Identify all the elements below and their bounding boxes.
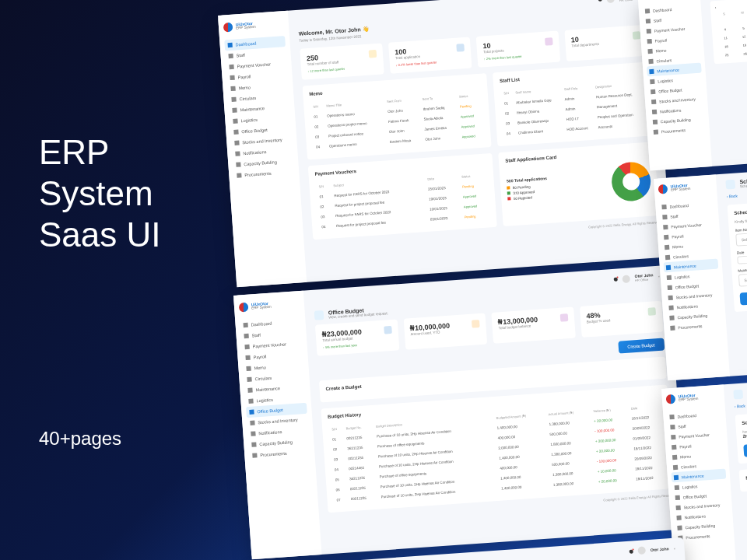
budget-icon xyxy=(314,310,324,320)
dashboard-preview: UiUxOtorERP System DashboardStaffPayment… xyxy=(218,0,672,287)
wrench-icon xyxy=(725,180,735,190)
calendar[interactable]: ‹› SMTWTFS123456789101112131415161718192… xyxy=(710,0,747,64)
nav-icon xyxy=(651,89,655,93)
nav-icon xyxy=(233,119,237,124)
stat-icon xyxy=(368,50,377,58)
nav-icon xyxy=(227,43,232,47)
nav-icon xyxy=(647,28,651,33)
nav-icon xyxy=(652,109,657,114)
cal-date[interactable]: 18 xyxy=(717,42,735,50)
avatar[interactable] xyxy=(622,275,630,283)
cal-prev[interactable]: ‹ xyxy=(715,5,717,9)
stat-icon xyxy=(633,31,641,40)
cal-day-head: S xyxy=(715,12,732,17)
item-label: Item Name xyxy=(735,222,747,233)
nav-icon xyxy=(236,162,240,166)
legend-swatch xyxy=(508,197,511,200)
stat-card: 250Total number of staff↑ 12 more than l… xyxy=(300,43,384,79)
calendar-preview: DashboardStaffPayment VoucherPayrollMemo… xyxy=(638,0,747,170)
nav-icon xyxy=(665,254,670,259)
user-role: HR Office xyxy=(635,277,654,282)
logo-icon xyxy=(223,23,233,33)
stat-card: ₦10,000,000Amount used, YTD xyxy=(403,313,487,349)
item-label: Item Name xyxy=(742,426,747,434)
nav-icon xyxy=(243,323,247,327)
nav-icon xyxy=(668,295,672,299)
nav-icon xyxy=(663,224,668,229)
nav-icon xyxy=(233,130,238,135)
cal-date[interactable]: 26 xyxy=(737,50,747,58)
logo[interactable]: UiUxOtorERP System xyxy=(239,299,300,312)
stat-icon xyxy=(559,313,568,322)
nav-icon xyxy=(252,453,257,457)
date-label: Date xyxy=(737,245,747,255)
schedule-button[interactable]: Schedule Maintenance xyxy=(739,289,747,306)
create-budget-button[interactable]: Create Budget xyxy=(618,338,665,354)
nav-icon xyxy=(671,434,675,439)
logo-icon xyxy=(658,184,668,194)
nav-icon xyxy=(677,525,682,530)
nav-icon xyxy=(229,65,233,69)
logo[interactable]: UiUxOtorERP System xyxy=(223,19,285,32)
nav-icon xyxy=(661,204,666,208)
stat-card: 48%Budget % used xyxy=(580,301,664,338)
nav-icon xyxy=(673,464,678,469)
history-table: S/NBudget No.Budget DescriptionBudgeted … xyxy=(328,401,668,506)
nav-icon xyxy=(668,305,673,310)
nav-icon xyxy=(667,275,672,279)
nav-icon xyxy=(654,129,658,134)
legend-swatch xyxy=(507,191,510,194)
avatar[interactable] xyxy=(606,0,615,3)
cal-date[interactable]: 12 xyxy=(735,33,747,40)
nav-icon xyxy=(244,345,249,349)
nav-icon xyxy=(245,355,250,360)
nav-icon xyxy=(230,86,235,91)
nav-icon xyxy=(248,399,253,404)
nav-icon xyxy=(228,54,233,58)
logo[interactable]: UiUxOtorERP System xyxy=(658,181,714,194)
copyright: Copyright © 20 xyxy=(715,70,747,83)
logo-icon xyxy=(666,394,676,404)
avatar[interactable] xyxy=(637,546,646,555)
nav-icon xyxy=(251,442,256,446)
cal-date[interactable]: 5 xyxy=(735,24,747,32)
nav-icon xyxy=(675,485,679,489)
nav-icon xyxy=(249,410,254,415)
bell-icon[interactable] xyxy=(598,0,602,2)
nav-icon xyxy=(666,264,671,269)
attach-invoice-button[interactable]: Attach Payment Invoice xyxy=(743,440,747,457)
chevron-down-icon[interactable]: ▾ xyxy=(658,275,659,278)
nav-icon xyxy=(247,377,251,382)
cal-date[interactable]: 11 xyxy=(717,34,734,42)
stat-card: 10Total projects↑ 2% more than last quar… xyxy=(476,31,560,68)
stat-icon xyxy=(647,307,656,316)
nav-icon xyxy=(670,424,675,429)
cal-date[interactable]: 4 xyxy=(717,26,734,33)
cal-date xyxy=(716,17,733,25)
nav-icon xyxy=(672,454,677,459)
stat-card: 100Total application↓ 0.2% lower than la… xyxy=(388,37,472,73)
nav-icon xyxy=(647,38,652,43)
nav-icon xyxy=(674,474,679,479)
nav-icon xyxy=(232,108,237,113)
nav-icon xyxy=(647,48,652,53)
bell-icon[interactable] xyxy=(614,278,618,282)
nav-icon xyxy=(230,75,234,80)
hero-title: ERPSystemSaas UI xyxy=(39,132,161,255)
nav-icon xyxy=(649,68,654,73)
cal-date[interactable]: 25 xyxy=(718,51,735,58)
nav-icon xyxy=(676,515,681,520)
nav-icon xyxy=(665,244,669,249)
bell-icon[interactable] xyxy=(630,549,633,553)
nav-icon xyxy=(246,366,251,371)
logo[interactable]: UiUxOtorERP System xyxy=(666,391,721,404)
stat-card: 10Total departments xyxy=(564,25,648,61)
cal-date[interactable]: 19 xyxy=(736,41,747,49)
nav-icon xyxy=(669,414,674,418)
budget-preview: UiUxOtorERP System DashboardStaffPayment… xyxy=(233,265,686,559)
nav-icon xyxy=(237,173,241,177)
cal-day-head: M xyxy=(734,10,747,16)
vouchers-table: S/NSubjectDateStatus01Request for FARS f… xyxy=(315,169,491,233)
maintenance-form-preview: UiUxOtorERP System DashboardStaffPayment… xyxy=(654,163,747,380)
nav-icon xyxy=(650,79,654,83)
